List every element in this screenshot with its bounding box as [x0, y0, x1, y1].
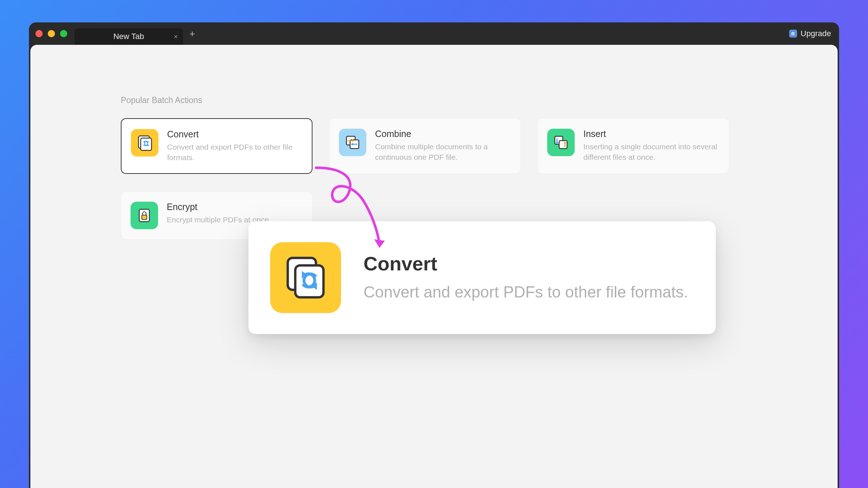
- maximize-window-button[interactable]: [60, 30, 67, 37]
- zoom-text: Convert Convert and export PDFs to other…: [363, 252, 688, 303]
- card-title: Encrypt: [167, 202, 271, 212]
- card-desc: Inserting a single document into several…: [583, 141, 719, 163]
- tab-title: New Tab: [113, 32, 144, 41]
- encrypt-icon: [131, 202, 158, 229]
- zoom-title: Convert: [363, 252, 688, 275]
- card-text: Insert Inserting a single document into …: [583, 129, 719, 163]
- convert-icon-large: [270, 242, 341, 313]
- card-combine[interactable]: Combine Combine multiple documents to a …: [329, 118, 521, 174]
- close-tab-icon[interactable]: ×: [174, 33, 178, 41]
- card-title: Convert: [167, 129, 302, 140]
- new-tab-button[interactable]: +: [190, 28, 195, 39]
- card-text: Combine Combine multiple documents to a …: [375, 129, 511, 163]
- card-title: Combine: [375, 129, 511, 139]
- close-window-button[interactable]: [35, 30, 43, 37]
- content-area: Popular Batch Actions Convert Con: [30, 45, 838, 488]
- svg-rect-17: [142, 215, 147, 219]
- card-text: Convert Convert and export PDFs to other…: [167, 129, 302, 163]
- convert-icon: [131, 129, 158, 157]
- insert-icon: [547, 129, 575, 156]
- tab-new[interactable]: New Tab ×: [75, 28, 183, 45]
- svg-rect-1: [141, 138, 152, 150]
- zoom-desc: Convert and export PDFs to other file fo…: [363, 281, 688, 303]
- section-title: Popular Batch Actions: [121, 95, 747, 105]
- card-convert[interactable]: Convert Convert and export PDFs to other…: [121, 118, 312, 174]
- svg-rect-19: [295, 265, 323, 297]
- app-window: New Tab × + R Upgrade Popular Batch Acti…: [29, 22, 839, 488]
- traffic-lights: [35, 30, 67, 37]
- zoomed-card-convert: Convert Convert and export PDFs to other…: [248, 221, 716, 334]
- upgrade-button[interactable]: R Upgrade: [789, 29, 831, 38]
- combine-icon: [339, 129, 366, 156]
- cards-row-1: Convert Convert and export PDFs to other…: [121, 118, 747, 174]
- card-desc: Convert and export PDFs to other file fo…: [167, 142, 302, 163]
- card-title: Insert: [583, 129, 719, 139]
- minimize-window-button[interactable]: [48, 30, 55, 37]
- card-desc: Combine multiple documents to a continuo…: [375, 141, 511, 163]
- svg-rect-11: [559, 141, 567, 149]
- titlebar: New Tab × + R Upgrade: [29, 22, 839, 45]
- upgrade-badge-icon: R: [789, 30, 797, 38]
- upgrade-label: Upgrade: [801, 29, 831, 38]
- card-insert[interactable]: Insert Inserting a single document into …: [537, 118, 729, 174]
